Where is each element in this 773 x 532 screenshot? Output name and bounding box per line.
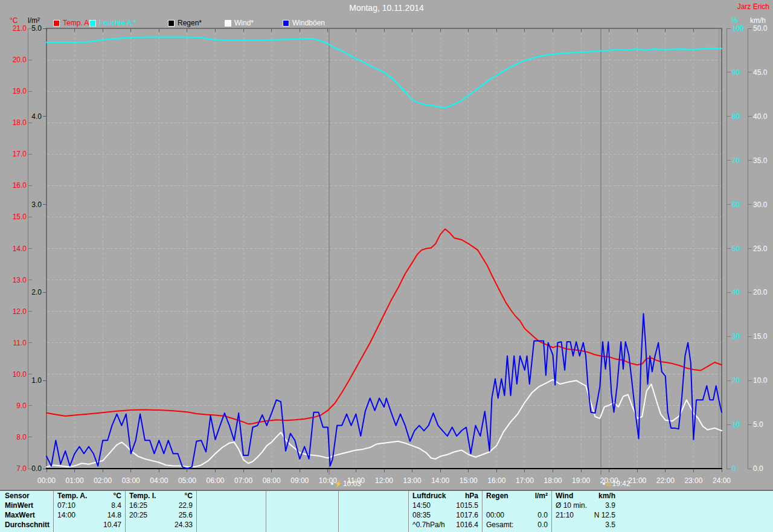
x-axis-label: 01:00 bbox=[66, 476, 84, 485]
temp-i-max-time: 20:25 bbox=[129, 510, 147, 520]
wind-name: Wind bbox=[556, 491, 573, 501]
table-col-pressure: LuftdruckhPa 14:501015.5 08:351017.6 ^0.… bbox=[408, 491, 482, 532]
rain-max: 0.0 bbox=[537, 510, 548, 520]
x-axis-label: 14:00 bbox=[431, 476, 449, 485]
warning-icon: ⚠ bbox=[606, 481, 612, 487]
x-axis-label: 18:00 bbox=[544, 476, 562, 485]
x-axis-label: 24:00 bbox=[713, 476, 731, 485]
kmh-tick-label: 35.0 bbox=[753, 156, 768, 165]
series-windb-en bbox=[47, 313, 722, 469]
wind-avg10-label: Ø 10 min. bbox=[556, 501, 587, 510]
lm2-tick-label: 2.0 bbox=[31, 288, 42, 296]
temp-a-min-time: 07:10 bbox=[57, 501, 75, 510]
temp-i-name: Temp. I. bbox=[129, 491, 156, 501]
table-col-empty-3 bbox=[338, 491, 408, 532]
temp-a-max: 14.8 bbox=[107, 510, 121, 520]
pressure-name: Luftdruck bbox=[412, 491, 446, 501]
weather-app-window: Montag, 10.11.2014 Jarz Erich °C l/m² % … bbox=[0, 0, 773, 532]
event-marker-10:03: ⚡10:03 bbox=[331, 479, 361, 488]
percent-tick-label: 90 bbox=[732, 68, 740, 77]
percent-tick-label: 40 bbox=[732, 288, 740, 296]
wind-avg10: 3.9 bbox=[605, 501, 615, 510]
x-axis-label: 12:00 bbox=[375, 476, 393, 485]
table-col-temp-a: Temp. A.°C 07:108.4 14:0014.8 10.47 bbox=[53, 491, 125, 532]
temp-a-name: Temp. A. bbox=[57, 491, 87, 501]
table-col-temp-i: Temp. I.°C 16:2522.9 20:2525.6 24.33 bbox=[125, 491, 196, 532]
lm2-tick-label: 3.0 bbox=[31, 200, 42, 209]
kmh-tick-label: 30.0 bbox=[753, 200, 768, 209]
marker-time-label: 19:42 bbox=[612, 479, 630, 488]
lightning-icon: ⚡ bbox=[334, 481, 342, 487]
x-axis-label: 15:00 bbox=[460, 476, 478, 485]
celsius-tick-label: 7.0 bbox=[16, 464, 27, 473]
percent-tick-label: 70 bbox=[732, 156, 740, 165]
x-axis-label: 22:00 bbox=[656, 476, 675, 485]
table-col-empty-1 bbox=[196, 491, 266, 532]
kmh-tick-label: 40.0 bbox=[753, 112, 768, 121]
wind-unit: km/h bbox=[598, 491, 615, 501]
x-axis-label: 02:00 bbox=[94, 476, 112, 485]
rain-total: 0.0 bbox=[537, 520, 548, 530]
table-col-empty-2 bbox=[266, 491, 338, 532]
x-axis-label: 00:00 bbox=[37, 476, 56, 485]
kmh-tick-label: 10.0 bbox=[753, 376, 768, 385]
celsius-tick-label: 13.0 bbox=[13, 276, 27, 284]
percent-tick-label: 0 bbox=[732, 464, 736, 473]
temp-i-unit: °C bbox=[185, 491, 193, 501]
x-axis-label: 04:00 bbox=[150, 476, 168, 485]
kmh-tick-label: 0.0 bbox=[753, 464, 763, 473]
percent-tick-label: 20 bbox=[732, 376, 740, 385]
stats-table: Sensor MinWert MaxWert Durchschnitt Temp… bbox=[0, 490, 773, 532]
x-axis-label: 06:00 bbox=[206, 476, 224, 485]
percent-tick-label: 100 bbox=[732, 24, 744, 33]
rain-max-time: 00:00 bbox=[486, 510, 504, 520]
table-col-wind: Windkm/h Ø 10 min.3.9 21:10N 12.5 3.5 bbox=[551, 491, 619, 532]
percent-tick-label: 80 bbox=[732, 112, 740, 121]
temp-i-max: 25.6 bbox=[179, 510, 193, 520]
x-axis-label: 13:00 bbox=[403, 476, 422, 485]
temp-a-min: 8.4 bbox=[111, 501, 121, 510]
temp-a-avg: 10.47 bbox=[103, 520, 121, 530]
celsius-tick-label: 20.0 bbox=[13, 56, 27, 64]
row-header-maxwert: MaxWert bbox=[0, 510, 53, 520]
wind-max-time: 21:10 bbox=[556, 510, 574, 520]
x-axis-label: 08:00 bbox=[263, 476, 281, 485]
celsius-tick-label: 11.0 bbox=[13, 339, 27, 347]
percent-tick-label: 10 bbox=[732, 420, 740, 429]
kmh-tick-label: 50.0 bbox=[753, 24, 768, 33]
x-axis-label: 05:00 bbox=[178, 476, 196, 485]
event-marker-19:42: ⚠19:42 bbox=[603, 479, 630, 488]
temp-a-max-time: 14:00 bbox=[57, 510, 75, 520]
rain-unit: l/m² bbox=[535, 491, 548, 501]
marker-time-label: 10:03 bbox=[343, 479, 361, 488]
x-axis-label: 07:00 bbox=[234, 476, 252, 485]
pressure-max-time: 08:35 bbox=[412, 510, 431, 520]
celsius-tick-label: 9.0 bbox=[16, 402, 27, 410]
marker-dot-icon bbox=[331, 482, 333, 485]
celsius-tick-label: 10.0 bbox=[13, 370, 27, 379]
temp-a-unit: °C bbox=[114, 491, 121, 501]
kmh-tick-label: 20.0 bbox=[753, 288, 768, 296]
lm2-tick-label: 0.0 bbox=[31, 464, 42, 473]
celsius-tick-label: 18.0 bbox=[13, 118, 27, 127]
lm2-tick-label: 4.0 bbox=[31, 112, 42, 121]
temp-i-avg: 24.33 bbox=[175, 520, 193, 530]
row-header-durchschnitt: Durchschnitt bbox=[0, 520, 53, 530]
celsius-tick-label: 21.0 bbox=[13, 24, 27, 33]
x-axis-label: 03:00 bbox=[122, 476, 140, 485]
x-axis-label: 16:00 bbox=[487, 476, 505, 485]
rain-total-label: Gesamt: bbox=[486, 520, 513, 530]
table-col-rain: Regenl/m² 00:000.0 Gesamt:0.0 bbox=[482, 491, 551, 532]
marker-dot-icon bbox=[603, 482, 605, 485]
row-header-minwert: MinWert bbox=[0, 501, 53, 510]
x-axis-label: 21:00 bbox=[628, 476, 646, 485]
kmh-tick-label: 25.0 bbox=[753, 245, 768, 253]
celsius-tick-label: 16.0 bbox=[13, 181, 27, 190]
wind-max: N 12.5 bbox=[594, 510, 615, 520]
pressure-min-time: 14:50 bbox=[412, 501, 431, 510]
celsius-tick-label: 19.0 bbox=[13, 87, 27, 95]
table-col-row-headers: Sensor MinWert MaxWert Durchschnitt bbox=[0, 491, 53, 532]
kmh-tick-label: 15.0 bbox=[753, 332, 768, 341]
lm2-tick-label: 1.0 bbox=[31, 376, 42, 385]
celsius-tick-label: 14.0 bbox=[13, 245, 27, 253]
